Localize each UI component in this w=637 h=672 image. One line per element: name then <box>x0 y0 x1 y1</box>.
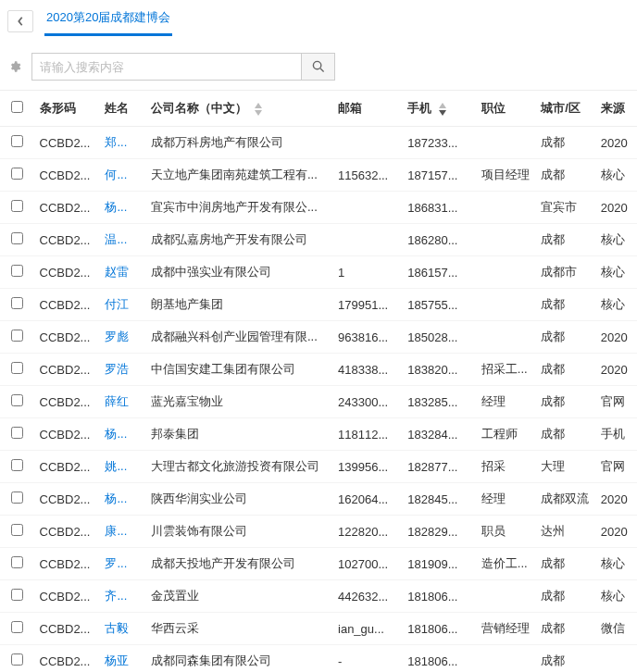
table-row: CCBD2...赵雷成都中强实业有限公司1186157...成都市核心 <box>0 256 637 289</box>
tab-event[interactable]: 2020第20届成都建博会 <box>44 6 172 36</box>
cell-phone: 186280... <box>402 224 476 256</box>
cell-title: 工程师 <box>476 418 536 451</box>
col-header-barcode[interactable]: 条形码 <box>34 91 100 127</box>
row-checkbox[interactable] <box>11 297 23 309</box>
row-checkbox[interactable] <box>11 394 23 406</box>
cell-source: 2020 <box>595 483 637 516</box>
cell-source: 官网 <box>595 451 637 483</box>
row-checkbox[interactable] <box>11 200 23 212</box>
name-link[interactable]: 温... <box>105 232 127 246</box>
row-checkbox[interactable] <box>11 524 23 536</box>
cell-email: 418338... <box>332 354 402 386</box>
cell-email: 179951... <box>332 289 402 321</box>
svg-line-1 <box>320 68 324 72</box>
row-checkbox[interactable] <box>11 168 23 180</box>
search-button[interactable] <box>301 54 334 80</box>
table-row: CCBD2...杨...邦泰集团118112...183284...工程师成都手… <box>0 418 637 451</box>
cell-title: 招采工... <box>476 354 536 386</box>
cell-phone: 187233... <box>402 127 476 159</box>
cell-title <box>476 321 536 354</box>
cell-title <box>476 645 536 673</box>
name-link[interactable]: 罗浩 <box>105 362 129 376</box>
cell-barcode: CCBD2... <box>34 127 100 159</box>
search-input[interactable] <box>32 54 301 80</box>
cell-source: 微信 <box>595 613 637 645</box>
cell-email: ian_gu... <box>332 613 402 645</box>
settings-button[interactable] <box>7 59 22 74</box>
cell-title: 招采 <box>476 451 536 483</box>
name-link[interactable]: 杨... <box>105 200 127 214</box>
col-header-email[interactable]: 邮箱 <box>332 91 402 127</box>
row-checkbox[interactable] <box>11 232 23 244</box>
name-link[interactable]: 齐... <box>105 589 127 603</box>
back-button[interactable] <box>7 10 33 32</box>
row-checkbox[interactable] <box>11 362 23 374</box>
cell-city: 成都双流 <box>535 483 595 516</box>
cell-barcode: CCBD2... <box>34 580 100 613</box>
cell-company: 成都天投地产开发有限公司 <box>145 548 332 580</box>
search-icon <box>312 60 325 73</box>
cell-barcode: CCBD2... <box>34 256 100 289</box>
cell-phone: 182877... <box>402 451 476 483</box>
row-checkbox[interactable] <box>11 265 23 277</box>
name-link[interactable]: 罗... <box>105 556 127 570</box>
cell-phone: 186831... <box>402 192 476 224</box>
row-checkbox[interactable] <box>11 459 23 471</box>
name-link[interactable]: 杨... <box>105 492 127 505</box>
name-link[interactable]: 郑... <box>105 135 127 149</box>
cell-company: 天立地产集团南苑建筑工程有... <box>145 159 332 192</box>
name-link[interactable]: 杨亚 <box>105 653 129 667</box>
row-checkbox[interactable] <box>11 653 23 666</box>
select-all-checkbox[interactable] <box>11 101 23 113</box>
cell-phone: 185028... <box>402 321 476 354</box>
col-header-company[interactable]: 公司名称（中文） <box>145 91 332 127</box>
row-checkbox[interactable] <box>11 621 23 633</box>
row-checkbox[interactable] <box>11 135 23 147</box>
row-checkbox[interactable] <box>11 330 23 342</box>
cell-title: 项目经理 <box>476 159 536 192</box>
cell-company: 成都中强实业有限公司 <box>145 256 332 289</box>
cell-company: 中信国安建工集团有限公司 <box>145 354 332 386</box>
cell-source: 官网 <box>595 386 637 418</box>
cell-company: 华西云采 <box>145 613 332 645</box>
cell-email: 122820... <box>332 516 402 548</box>
table-header-row: 条形码 姓名 公司名称（中文） 邮箱 手机 职位 城市/区 来源 <box>0 91 637 127</box>
cell-email: 1 <box>332 256 402 289</box>
cell-city: 成都 <box>535 289 595 321</box>
row-checkbox[interactable] <box>11 556 23 568</box>
table-row: CCBD2...姚...大理古都文化旅游投资有限公司139956...18287… <box>0 451 637 483</box>
name-link[interactable]: 薛红 <box>105 394 129 408</box>
cell-phone: 185755... <box>402 289 476 321</box>
cell-company: 成都弘嘉房地产开发有限公司 <box>145 224 332 256</box>
cell-city: 成都 <box>535 418 595 451</box>
cell-barcode: CCBD2... <box>34 289 100 321</box>
name-link[interactable]: 付江 <box>105 297 129 311</box>
col-header-name[interactable]: 姓名 <box>99 91 144 127</box>
col-header-phone[interactable]: 手机 <box>402 91 476 127</box>
cell-phone: 183285... <box>402 386 476 418</box>
cell-company: 川雲装饰有限公司 <box>145 516 332 548</box>
cell-phone: 181806... <box>402 613 476 645</box>
name-link[interactable]: 康... <box>105 524 127 538</box>
name-link[interactable]: 何... <box>105 168 127 181</box>
row-checkbox[interactable] <box>11 589 23 601</box>
col-header-city[interactable]: 城市/区 <box>535 91 595 127</box>
cell-phone: 181909... <box>402 548 476 580</box>
table-row: CCBD2...杨亚成都同森集团有限公司-181806...成都 <box>0 645 637 673</box>
name-link[interactable]: 杨... <box>105 427 127 441</box>
cell-title: 营销经理 <box>476 613 536 645</box>
col-header-source[interactable]: 来源 <box>595 91 637 127</box>
table-row: CCBD2...古毅华西云采ian_gu...181806...营销经理成都微信 <box>0 613 637 645</box>
row-checkbox[interactable] <box>11 492 23 504</box>
cell-source: 核心 <box>595 289 637 321</box>
name-link[interactable]: 姚... <box>105 459 127 473</box>
name-link[interactable]: 罗彪 <box>105 330 129 343</box>
name-link[interactable]: 赵雷 <box>105 265 129 279</box>
table-row: CCBD2...罗...成都天投地产开发有限公司102700...181909.… <box>0 548 637 580</box>
cell-email: 442632... <box>332 580 402 613</box>
col-header-title[interactable]: 职位 <box>476 91 536 127</box>
row-checkbox[interactable] <box>11 427 23 439</box>
cell-city: 成都 <box>535 386 595 418</box>
name-link[interactable]: 古毅 <box>105 621 129 635</box>
cell-email: 243300... <box>332 386 402 418</box>
